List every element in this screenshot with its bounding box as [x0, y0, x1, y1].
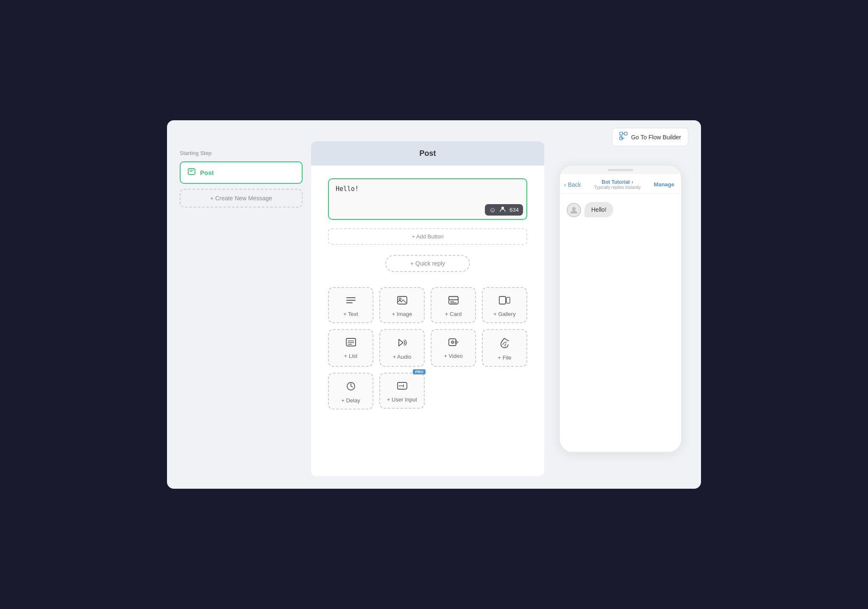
phone-notch: [560, 166, 681, 174]
message-type-grid: + Text + Image: [328, 287, 527, 410]
user-input-icon: [397, 381, 408, 393]
add-text-btn[interactable]: + Text: [328, 287, 373, 323]
post-icon: [187, 167, 196, 178]
back-btn[interactable]: ‹ Back: [564, 181, 581, 188]
file-label: + File: [498, 354, 511, 361]
svg-marker-29: [452, 342, 453, 343]
chat-bubble: Hello!: [584, 202, 613, 217]
svg-marker-25: [399, 339, 403, 346]
quick-reply-label: + Quick reply: [410, 260, 445, 267]
main-layout: Starting Step Post + Create New Message …: [167, 120, 701, 489]
add-audio-btn[interactable]: + Audio: [379, 329, 425, 367]
video-label: + Video: [444, 353, 462, 359]
post-label: Post: [200, 169, 214, 176]
flow-builder-icon: [619, 132, 628, 142]
audio-icon: [397, 338, 407, 350]
emoji-icon[interactable]: ☺: [489, 206, 496, 214]
app-window: Go To Flow Builder Starting Step Post + …: [167, 120, 701, 489]
pro-badge: PRO: [413, 369, 426, 374]
add-image-btn[interactable]: + Image: [379, 287, 425, 323]
flow-builder-label: Go To Flow Builder: [631, 134, 681, 141]
delay-icon: [346, 381, 356, 394]
add-card-btn[interactable]: + Card: [431, 287, 476, 323]
phone-mockup: ‹ Back Bot Tutorial › Typically replies …: [559, 165, 682, 453]
delay-label: + Delay: [341, 397, 360, 404]
back-label: Back: [568, 181, 581, 188]
svg-rect-19: [346, 338, 356, 346]
text-icon: [345, 296, 356, 307]
svg-rect-0: [620, 132, 623, 135]
add-list-btn[interactable]: + List: [328, 329, 373, 367]
add-delay-btn[interactable]: + Delay: [328, 373, 373, 410]
svg-rect-1: [624, 132, 627, 135]
preview-panel: ‹ Back Bot Tutorial › Typically replies …: [553, 141, 688, 476]
svg-point-34: [572, 207, 576, 210]
svg-point-7: [501, 207, 504, 209]
back-chevron-icon: ‹: [564, 181, 566, 188]
svg-rect-11: [398, 296, 407, 304]
center-header: Post: [311, 141, 544, 166]
phone-header: ‹ Back Bot Tutorial › Typically replies …: [560, 174, 681, 194]
phone-body: Hello!: [560, 194, 681, 452]
card-label: + Card: [445, 311, 462, 317]
message-input-wrapper: Hello! ☺ 634: [328, 178, 527, 220]
message-input[interactable]: Hello!: [336, 185, 520, 202]
text-label: + Text: [343, 311, 358, 317]
phone-notch-bar: [608, 169, 633, 171]
flow-builder-btn[interactable]: Go To Flow Builder: [612, 128, 688, 146]
video-icon: [448, 338, 459, 349]
person-icon: [499, 206, 506, 214]
chat-message-row: Hello!: [567, 202, 674, 217]
image-label: + Image: [392, 311, 412, 317]
add-button-label: + Add Button: [412, 233, 444, 240]
bot-avatar: [567, 203, 581, 217]
add-gallery-btn[interactable]: + Gallery: [482, 287, 527, 323]
center-panel: Post Hello! ☺ 634: [311, 141, 544, 476]
add-button-row[interactable]: + Add Button: [328, 228, 527, 245]
list-label: + List: [344, 353, 357, 359]
file-icon: [500, 338, 509, 351]
add-file-btn[interactable]: + File: [482, 329, 527, 367]
list-icon: [345, 338, 356, 349]
svg-rect-14: [449, 296, 458, 300]
svg-point-12: [399, 298, 401, 300]
user-input-label: + User Input: [387, 396, 417, 403]
gallery-label: + Gallery: [493, 311, 515, 317]
input-toolbar: ☺ 634: [485, 204, 523, 216]
audio-label: + Audio: [393, 354, 412, 360]
starting-step-label: Starting Step: [180, 150, 303, 156]
manage-btn[interactable]: Manage: [654, 181, 674, 188]
add-user-input-btn[interactable]: + User Input: [379, 373, 425, 409]
image-icon: [397, 296, 408, 307]
add-video-btn[interactable]: + Video: [431, 329, 476, 367]
gallery-icon: [499, 296, 511, 307]
bot-sub: Typically replies instantly: [581, 185, 654, 190]
svg-rect-18: [506, 297, 510, 303]
chevron-right-icon: ›: [632, 179, 633, 185]
phone-title: Bot Tutorial › Typically replies instant…: [581, 179, 654, 190]
post-step-btn[interactable]: Post: [180, 161, 303, 184]
sidebar: Starting Step Post + Create New Message: [180, 141, 303, 476]
bot-name: Bot Tutorial ›: [581, 179, 654, 185]
svg-rect-17: [499, 296, 506, 304]
quick-reply-btn[interactable]: + Quick reply: [385, 255, 470, 272]
card-icon: [448, 296, 459, 307]
add-user-input-wrapper: PRO + User Input: [379, 373, 425, 410]
center-content: Hello! ☺ 634 + Add Button: [311, 166, 544, 476]
create-new-message-btn[interactable]: + Create New Message: [180, 189, 303, 208]
char-counter: 634: [509, 207, 519, 213]
